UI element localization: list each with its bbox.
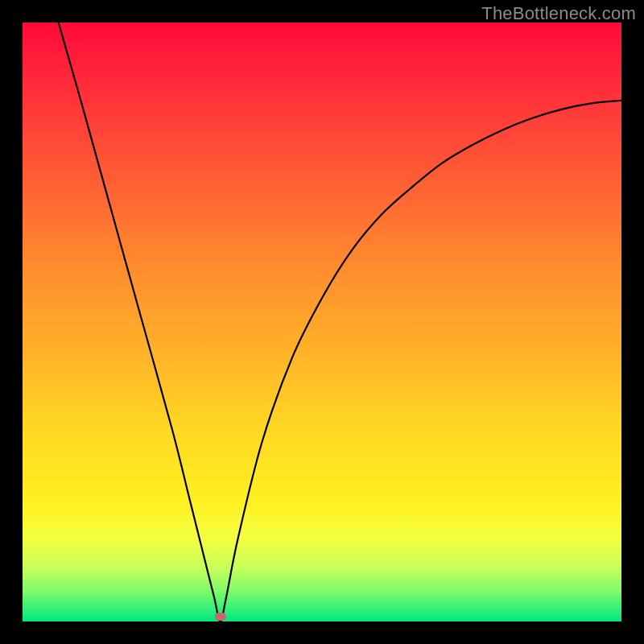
curve-path <box>59 23 621 621</box>
chart-frame: TheBottleneck.com <box>0 0 644 644</box>
bottleneck-curve <box>23 23 621 621</box>
plot-area <box>23 23 621 621</box>
minimum-marker <box>215 613 226 621</box>
watermark-text: TheBottleneck.com <box>481 3 636 24</box>
